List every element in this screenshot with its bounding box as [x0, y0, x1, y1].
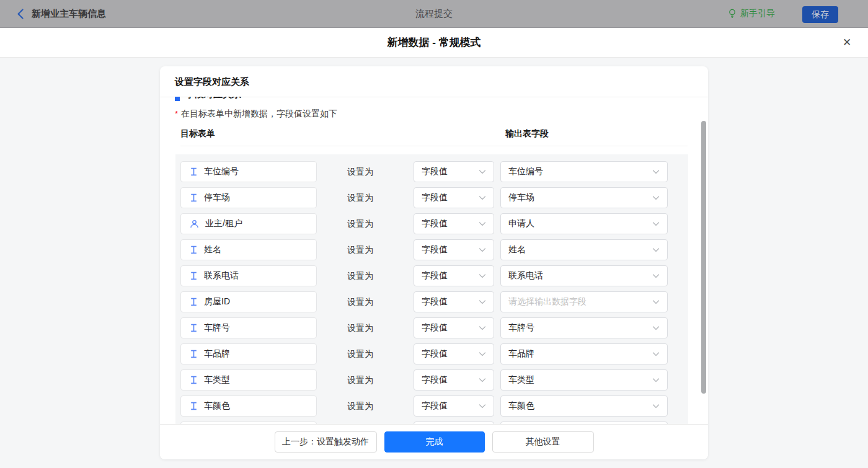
- value-type-select[interactable]: 字段值: [414, 239, 494, 260]
- value-type-label: 字段值: [422, 374, 448, 386]
- value-type-select[interactable]: 字段值: [414, 343, 494, 364]
- target-field[interactable]: 停车场: [180, 187, 317, 208]
- output-field-select[interactable]: 车类型: [500, 369, 668, 391]
- target-field[interactable]: 车位编号: [180, 161, 317, 182]
- set-as-label: 设置为: [347, 369, 373, 391]
- target-field[interactable]: 业主/租户: [180, 213, 317, 234]
- target-field[interactable]: 联系电话: [180, 265, 317, 286]
- target-field-label: 联系电话: [204, 270, 239, 281]
- output-field-select[interactable]: 请选择输出数据字段: [500, 291, 668, 312]
- output-field-value: 姓名: [508, 244, 526, 255]
- value-type-label: 字段值: [422, 322, 448, 333]
- text-field-icon: [190, 298, 198, 306]
- output-field-select[interactable]: 申请人: [500, 213, 668, 234]
- value-type-label: 字段值: [422, 166, 448, 177]
- chevron-down-icon: [479, 248, 486, 252]
- text-field-icon: [190, 376, 198, 384]
- instruction-text: 在目标表单中新增数据，字段值设置如下: [181, 108, 337, 118]
- value-type-select[interactable]: 字段值: [414, 317, 494, 338]
- lightbulb-icon: [728, 9, 737, 19]
- field-mapping-row: 停车场 设置为 字段值 停车场: [175, 187, 688, 208]
- target-field-label: 车牌号: [204, 322, 230, 333]
- chevron-down-icon: [479, 352, 486, 356]
- value-type-label: 字段值: [422, 348, 448, 360]
- prev-step-button[interactable]: 上一步：设置触发动作: [275, 431, 377, 453]
- set-as-label: 设置为: [347, 265, 373, 286]
- target-field-label: 车颜色: [204, 400, 230, 412]
- panel-scroll-area: 字段对应关系 *在目标表单中新增数据，字段值设置如下 目标表单 输出表字段 车位…: [160, 97, 708, 424]
- output-field-placeholder: 请选择输出数据字段: [508, 296, 587, 307]
- output-field-value: 车颜色: [508, 400, 534, 412]
- chevron-down-icon: [479, 326, 486, 330]
- field-mapping-row: 业主/租户 设置为 字段值 申请人: [175, 213, 688, 234]
- chevron-down-icon: [479, 274, 486, 278]
- chevron-down-icon: [479, 300, 486, 304]
- modal-titlebar: 新增数据 - 常规模式 ✕: [0, 28, 868, 58]
- other-settings-button[interactable]: 其他设置: [492, 431, 594, 453]
- set-as-label: 设置为: [347, 161, 373, 182]
- set-as-label: 设置为: [347, 187, 373, 208]
- section-bullet: [175, 97, 180, 101]
- column-target-form: 目标表单: [180, 128, 215, 138]
- field-mapping-row: 房屋ID 设置为 字段值 请选择输出数据字段: [175, 291, 688, 312]
- target-field[interactable]: 车颜色: [180, 395, 317, 417]
- required-mark: *: [175, 109, 178, 118]
- done-button[interactable]: 完成: [384, 431, 485, 453]
- field-mapping-row: 车类型 设置为 字段值 车类型: [175, 369, 688, 391]
- value-type-select[interactable]: 字段值: [414, 265, 494, 286]
- close-icon[interactable]: ✕: [841, 36, 853, 48]
- target-field-label: 姓名: [204, 244, 221, 255]
- target-field[interactable]: 房屋ID: [180, 291, 317, 312]
- text-field-icon: [190, 350, 198, 358]
- target-field[interactable]: 车类型: [180, 369, 317, 391]
- value-type-select[interactable]: 字段值: [414, 395, 494, 417]
- save-button[interactable]: 保存: [802, 6, 838, 23]
- target-field[interactable]: 车品牌: [180, 343, 317, 364]
- chevron-down-icon: [652, 248, 660, 252]
- output-field-value: 停车场: [508, 192, 534, 203]
- output-field-select[interactable]: 姓名: [500, 239, 668, 260]
- value-type-select[interactable]: 字段值: [414, 187, 494, 208]
- text-field-icon: [190, 324, 198, 332]
- field-mapping-row: 车位编号 设置为 字段值 车位编号: [175, 161, 688, 182]
- column-headers: 目标表单 输出表字段: [180, 128, 688, 146]
- output-field-value: 车位编号: [508, 166, 543, 177]
- set-as-label: 设置为: [347, 213, 373, 234]
- app-header: 新增业主车辆信息 流程提交 新手引导 保存: [0, 0, 868, 28]
- scrollbar-thumb[interactable]: [701, 121, 706, 394]
- value-type-select[interactable]: 字段值: [414, 369, 494, 391]
- output-field-value: 车品牌: [508, 348, 534, 360]
- panel-footer: 上一步：设置触发动作 完成 其他设置: [160, 424, 708, 459]
- chevron-down-icon: [652, 378, 660, 382]
- value-type-select[interactable]: 字段值: [414, 161, 494, 182]
- output-field-select[interactable]: 联系电话: [500, 265, 668, 286]
- field-mapping-row: 车颜色 设置为 字段值 车颜色: [175, 395, 688, 417]
- field-mapping-row: 车牌号 设置为 字段值 车牌号: [175, 317, 688, 338]
- chevron-down-icon: [479, 378, 486, 382]
- value-type-select[interactable]: 字段值: [414, 291, 494, 312]
- value-type-select[interactable]: 字段值: [414, 213, 494, 234]
- beginner-guide-link[interactable]: 新手引导: [728, 0, 775, 27]
- output-field-value: 联系电话: [508, 270, 543, 281]
- output-field-value: 申请人: [508, 218, 534, 229]
- chevron-down-icon: [652, 404, 660, 408]
- output-field-select[interactable]: 车牌号: [500, 317, 668, 338]
- field-mapping-row: 联系电话 设置为 字段值 联系电话: [175, 265, 688, 286]
- target-field[interactable]: 车牌号: [180, 317, 317, 338]
- value-type-label: 字段值: [422, 218, 448, 229]
- text-field-icon: [190, 245, 198, 254]
- target-field-label: 车品牌: [204, 348, 230, 360]
- output-field-select[interactable]: 车颜色: [500, 395, 668, 417]
- chevron-down-icon: [652, 170, 660, 174]
- field-mapping-row: 车品牌 设置为 字段值 车品牌: [175, 343, 688, 364]
- chevron-down-icon: [652, 196, 660, 200]
- output-field-select[interactable]: 车位编号: [500, 161, 668, 182]
- output-field-value: 车类型: [508, 374, 534, 386]
- target-field-label: 业主/租户: [205, 218, 242, 229]
- set-as-label: 设置为: [347, 317, 373, 338]
- output-field-select[interactable]: 停车场: [500, 187, 668, 208]
- target-field[interactable]: 姓名: [180, 239, 317, 260]
- chevron-down-icon: [479, 170, 486, 174]
- value-type-label: 字段值: [422, 296, 448, 307]
- output-field-select[interactable]: 车品牌: [500, 343, 668, 364]
